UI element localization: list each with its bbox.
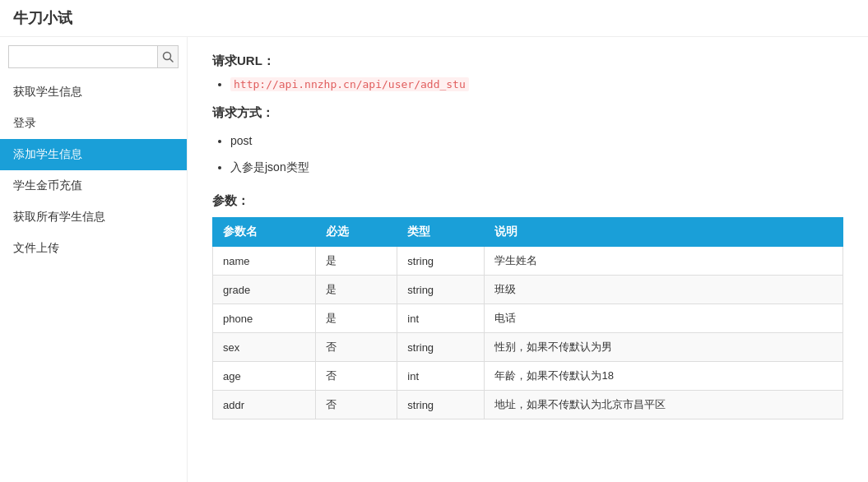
col-header-name: 参数名	[213, 218, 316, 247]
cell-desc: 学生姓名	[485, 247, 843, 276]
table-header-row: 参数名 必选 类型 说明	[213, 218, 843, 247]
sidebar-item-get-student-info[interactable]: 获取学生信息	[0, 76, 187, 108]
app-header: 牛刀小试	[0, 0, 868, 37]
sidebar: 获取学生信息 登录 添加学生信息 学生金币充值 获取所有学生信息 文件上传	[0, 37, 188, 482]
search-icon	[162, 51, 174, 63]
request-method-section: 请求方式： post 入参是json类型	[212, 105, 843, 178]
cell-name: sex	[213, 333, 316, 362]
table-row: phone是int电话	[213, 304, 843, 333]
cell-name: phone	[213, 304, 316, 333]
cell-required: 是	[316, 247, 397, 276]
sidebar-item-all-students[interactable]: 获取所有学生信息	[0, 202, 187, 233]
table-row: grade是string班级	[213, 276, 843, 304]
cell-name: name	[213, 247, 316, 276]
cell-type: string	[397, 276, 485, 304]
param-note: 入参是json类型	[230, 160, 309, 174]
table-row: name是string学生姓名	[213, 247, 843, 276]
http-method: post	[230, 134, 252, 147]
search-input[interactable]	[8, 45, 158, 68]
cell-type: string	[397, 247, 485, 276]
col-header-desc: 说明	[485, 218, 843, 247]
request-url-section: 请求URL： http://api.nnzhp.cn/api/user/add_…	[212, 53, 843, 90]
cell-required: 是	[316, 276, 397, 304]
params-table: 参数名 必选 类型 说明 name是string学生姓名grade是string…	[212, 217, 843, 419]
sidebar-item-login[interactable]: 登录	[0, 108, 187, 139]
svg-line-1	[170, 59, 174, 63]
cell-desc: 地址，如果不传默认为北京市昌平区	[485, 391, 843, 419]
search-box	[8, 45, 179, 68]
cell-desc: 年龄，如果不传默认为18	[485, 362, 843, 391]
col-header-required: 必选	[316, 218, 397, 247]
cell-required: 是	[316, 304, 397, 333]
cell-required: 否	[316, 362, 397, 391]
cell-name: age	[213, 362, 316, 391]
table-row: addr否string地址，如果不传默认为北京市昌平区	[213, 391, 843, 419]
cell-type: int	[397, 362, 485, 391]
cell-type: string	[397, 333, 485, 362]
cell-name: addr	[213, 391, 316, 419]
cell-desc: 性别，如果不传默认为男	[485, 333, 843, 362]
main-content: 请求URL： http://api.nnzhp.cn/api/user/add_…	[188, 37, 868, 482]
table-row: sex否string性别，如果不传默认为男	[213, 333, 843, 362]
cell-type: int	[397, 304, 485, 333]
search-button[interactable]	[158, 45, 179, 68]
table-row: age否int年龄，如果不传默认为18	[213, 362, 843, 391]
app-title: 牛刀小试	[13, 8, 855, 28]
api-url: http://api.nnzhp.cn/api/user/add_stu	[230, 77, 469, 91]
sidebar-item-recharge[interactable]: 学生金币充值	[0, 170, 187, 202]
cell-required: 否	[316, 391, 397, 419]
cell-name: grade	[213, 276, 316, 304]
params-label: 参数：	[212, 193, 843, 209]
request-method-label: 请求方式：	[212, 105, 843, 121]
sidebar-item-file-upload[interactable]: 文件上传	[0, 233, 187, 264]
cell-desc: 电话	[485, 304, 843, 333]
sidebar-item-add-student[interactable]: 添加学生信息	[0, 139, 187, 170]
cell-type: string	[397, 391, 485, 419]
cell-desc: 班级	[485, 276, 843, 304]
cell-required: 否	[316, 333, 397, 362]
main-layout: 获取学生信息 登录 添加学生信息 学生金币充值 获取所有学生信息 文件上传 请求…	[0, 37, 868, 482]
request-url-label: 请求URL：	[212, 53, 843, 69]
col-header-type: 类型	[397, 218, 485, 247]
params-section: 参数： 参数名 必选 类型 说明 name是string学生姓名grade是st…	[212, 193, 843, 419]
